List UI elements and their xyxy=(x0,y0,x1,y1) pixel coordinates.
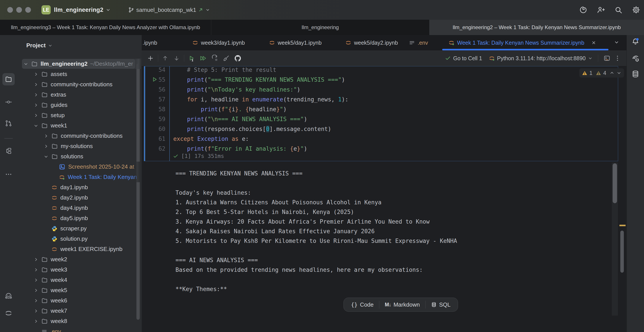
structure-tool-button[interactable] xyxy=(2,145,15,157)
database-tool-icon[interactable] xyxy=(631,70,640,78)
ai-assistant-icon[interactable] xyxy=(579,6,588,14)
editor-tab[interactable]: .ipynb xyxy=(142,35,157,50)
chevron-right-icon[interactable] xyxy=(33,308,41,314)
chevron-right-icon[interactable] xyxy=(33,103,41,108)
run-cell-button[interactable] xyxy=(188,55,195,62)
pull-requests-tool-button[interactable] xyxy=(2,117,15,129)
add-code-cell-button[interactable]: {}Code xyxy=(346,298,379,312)
tab-list-chevron-icon[interactable] xyxy=(614,39,620,45)
output-scrollbar-thumb[interactable] xyxy=(613,163,617,203)
move-cell-up-button[interactable] xyxy=(162,55,168,62)
tree-item[interactable]: week5 xyxy=(17,285,142,295)
tree-item[interactable]: week8 xyxy=(17,316,142,326)
move-cell-down-button[interactable] xyxy=(173,55,180,62)
tree-item[interactable]: day5.ipynb xyxy=(17,213,142,223)
code-editor-text[interactable]: # Step 5: Print the result print("=== TR… xyxy=(173,66,348,154)
tree-item[interactable]: Screenshot 2025-10-24 at xyxy=(17,162,142,172)
chevron-right-icon[interactable] xyxy=(33,288,41,293)
editor-tab[interactable]: week5/day2.ipynb xyxy=(345,35,398,50)
chevron-right-icon[interactable] xyxy=(33,72,41,77)
add-cell-button[interactable] xyxy=(147,55,154,62)
tree-item[interactable]: llm_engineering2~/Desktop/llm_er xyxy=(17,59,142,69)
kernel-selector[interactable]: Python 3.11.14: http://localhost:8890 xyxy=(489,55,593,62)
settings-gear-icon[interactable] xyxy=(632,5,640,14)
window-tab[interactable]: llm_engineering3 – Week 1 Task: Kenyan D… xyxy=(0,20,211,35)
chevron-right-icon[interactable] xyxy=(33,257,41,262)
project-panel-header[interactable]: Project xyxy=(26,42,53,49)
editor-scrollbar-thumb[interactable] xyxy=(620,231,624,273)
tree-item[interactable]: week2 xyxy=(17,254,142,265)
tree-item[interactable]: guides xyxy=(17,100,142,110)
tree-item[interactable]: scraper.py xyxy=(17,223,142,234)
tree-item[interactable]: week3 xyxy=(17,265,142,275)
jupyter-tool-button[interactable] xyxy=(2,307,15,319)
chevron-right-icon[interactable] xyxy=(33,113,41,118)
editor-tab[interactable]: week3/day1.ipynb xyxy=(192,35,245,50)
tree-item[interactable]: assets xyxy=(17,69,142,79)
chevron-right-icon[interactable] xyxy=(33,319,41,324)
chevron-down-icon[interactable] xyxy=(44,154,51,159)
kebab-menu-icon[interactable] xyxy=(614,55,621,62)
tree-item[interactable]: week7 xyxy=(17,306,142,316)
prev-problem-icon[interactable] xyxy=(609,70,614,76)
more-tools-button[interactable] xyxy=(2,168,15,180)
editor-tab-active[interactable]: Week 1 Task: Daily Kenyan News Summarize… xyxy=(448,35,596,50)
run-all-cells-button[interactable] xyxy=(200,55,206,62)
git-branch-widget[interactable]: samuel_bootcamp_wk1 xyxy=(128,6,210,13)
add-user-icon[interactable] xyxy=(596,6,605,14)
editor-tab[interactable]: week5/day1.ipynb xyxy=(269,35,322,50)
chevron-right-icon[interactable] xyxy=(44,144,51,149)
project-tool-button[interactable] xyxy=(2,73,15,85)
tree-item[interactable]: week6 xyxy=(17,295,142,306)
tree-item[interactable]: solution.py xyxy=(17,234,142,244)
inspections-widget[interactable]: 1 4 xyxy=(579,68,624,78)
chevron-right-icon[interactable] xyxy=(33,298,41,303)
commit-tool-button[interactable] xyxy=(2,96,15,108)
tree-item[interactable]: Week 1 Task: Daily Kenyan xyxy=(17,172,142,182)
restart-kernel-button[interactable] xyxy=(211,55,218,62)
close-window-button[interactable] xyxy=(7,7,13,13)
window-tab[interactable]: llm_engineering2 – Week 1 Task: Daily Ke… xyxy=(430,20,644,35)
tree-item[interactable]: community-contributions xyxy=(17,79,142,90)
notifications-bell-icon[interactable] xyxy=(631,37,640,46)
chevron-down-icon[interactable] xyxy=(33,123,41,128)
tree-item[interactable]: day2.ipynb xyxy=(17,192,142,203)
tree-item[interactable]: day4.ipynb xyxy=(17,203,142,213)
project-scrollbar-thumb[interactable] xyxy=(136,63,140,320)
tree-item[interactable]: solutions xyxy=(17,151,142,162)
editor-tab[interactable]: .env xyxy=(409,35,428,50)
chevron-right-icon[interactable] xyxy=(33,82,41,87)
tree-item[interactable]: week1 EXERCISE.ipynb xyxy=(17,244,142,254)
huggingface-tool-button[interactable] xyxy=(2,290,15,302)
open-console-icon[interactable] xyxy=(604,55,610,62)
next-problem-icon[interactable] xyxy=(616,70,622,76)
add-markdown-cell-button[interactable]: M↓Markdown xyxy=(379,298,425,312)
chevron-right-icon[interactable] xyxy=(33,278,41,283)
github-button[interactable] xyxy=(234,54,242,62)
tree-item[interactable]: week1 xyxy=(17,121,142,131)
chevron-down-icon[interactable] xyxy=(23,61,31,67)
tree-item[interactable]: setup xyxy=(17,110,142,121)
zoom-window-button[interactable] xyxy=(25,7,31,13)
search-icon[interactable] xyxy=(614,6,622,14)
clear-outputs-button[interactable] xyxy=(223,55,230,62)
tree-item[interactable]: day1.ipynb xyxy=(17,182,142,192)
chevron-down-icon[interactable] xyxy=(106,7,111,12)
tree-item[interactable]: .env xyxy=(17,326,142,332)
window-tab[interactable]: llm_engineering xyxy=(211,20,430,35)
add-sql-cell-button[interactable]: SQL xyxy=(426,298,456,312)
tree-item[interactable]: my-solutions xyxy=(17,141,142,151)
code-cell[interactable]: 545556575859606162 # Step 5: Print the r… xyxy=(144,66,618,161)
close-tab-icon[interactable]: × xyxy=(592,39,596,46)
scrollbar-warning-mark[interactable] xyxy=(620,225,626,226)
tree-item[interactable]: week4 xyxy=(17,275,142,285)
ai-search-icon[interactable] xyxy=(631,54,640,63)
python-console-button[interactable] xyxy=(2,324,15,332)
project-name[interactable]: llm_engineering2 xyxy=(54,6,103,13)
chevron-right-icon[interactable] xyxy=(33,267,41,272)
run-line-gutter-icon[interactable] xyxy=(151,76,158,83)
tree-item[interactable]: extras xyxy=(17,90,142,100)
go-to-cell-button[interactable]: Go to Cell 1 xyxy=(445,55,482,62)
minimize-window-button[interactable] xyxy=(16,7,22,13)
chevron-right-icon[interactable] xyxy=(33,92,41,97)
